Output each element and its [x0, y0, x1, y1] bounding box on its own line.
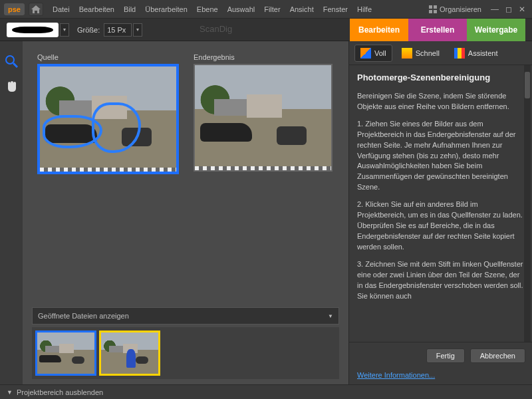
svg-point-4 — [6, 56, 14, 64]
instruction-panel: Photomerge-Szenenbereinigung Bereinigen … — [349, 65, 532, 342]
organize-label: Organisieren — [440, 5, 481, 13]
organize-button[interactable]: Organisieren — [425, 3, 485, 15]
menu-image[interactable]: Bild — [120, 3, 140, 16]
project-dropdown-label: Geöffnete Dateien anzeigen — [38, 312, 129, 320]
menu-view[interactable]: Ansicht — [286, 3, 318, 16]
menu-select[interactable]: Auswahl — [223, 3, 259, 16]
full-icon — [360, 48, 371, 59]
done-button[interactable]: Fertig — [426, 348, 465, 363]
step-2: 2. Klicken Sie auf ein anderes Bild im P… — [357, 200, 524, 253]
chevron-down-icon: ▼ — [328, 313, 333, 319]
tab-full-label: Voll — [374, 49, 386, 57]
result-panel: Endergebnis — [194, 53, 332, 302]
menu-file[interactable]: Datei — [49, 3, 74, 16]
menu-enhance[interactable]: Überarbeiten — [141, 3, 192, 16]
app-logo: pse — [4, 3, 25, 15]
more-info-row: Weitere Informationen... — [349, 368, 532, 384]
project-dropdown[interactable]: Geöffnete Dateien anzeigen ▼ — [32, 307, 339, 325]
result-label: Endergebnis — [194, 53, 332, 61]
menu-right: Organisieren — ◻ ✕ — [425, 3, 528, 15]
svg-rect-3 — [434, 10, 437, 13]
menu-filter[interactable]: Filter — [260, 3, 284, 16]
hand-tool-icon[interactable] — [5, 80, 18, 96]
menu-edit[interactable]: Bearbeiten — [75, 3, 118, 16]
app-window: pse Datei Bearbeiten Bild Überarbeiten E… — [0, 0, 532, 399]
watermark-text: ScanDig — [200, 24, 232, 34]
canvas-area: Quelle Endergebnis — [23, 41, 348, 307]
tab-quick[interactable]: Schnell — [396, 45, 445, 61]
panel-intro: Bereinigen Sie die Szene, indem Sie stör… — [357, 91, 524, 112]
scrollbar-thumb[interactable] — [525, 72, 530, 98]
project-thumbnail[interactable] — [37, 332, 94, 374]
window-controls: — ◻ ✕ — [491, 5, 528, 14]
menu-bar: pse Datei Bearbeiten Bild Überarbeiten E… — [0, 0, 532, 19]
result-image[interactable] — [194, 64, 332, 172]
minimize-icon[interactable]: — — [491, 5, 499, 14]
source-image[interactable] — [37, 64, 179, 174]
cancel-button[interactable]: Abbrechen — [470, 348, 525, 363]
project-thumbnail[interactable] — [101, 332, 158, 374]
tab-guided[interactable]: Assistent — [449, 45, 503, 61]
home-icon[interactable] — [29, 3, 43, 16]
grid-icon — [429, 5, 437, 13]
mode-tabs: Bearbeiten Erstellen Weitergabe — [350, 19, 525, 41]
tab-full[interactable]: Voll — [354, 45, 392, 62]
mode-tab-edit[interactable]: Bearbeiten — [350, 19, 408, 41]
source-panel: Quelle — [37, 53, 179, 302]
svg-line-5 — [13, 63, 17, 67]
menu-window[interactable]: Fenster — [319, 3, 352, 16]
tab-guided-label: Assistent — [468, 49, 498, 57]
hide-project-label[interactable]: Projektbereich ausblenden — [17, 388, 103, 396]
menu-items: Datei Bearbeiten Bild Überarbeiten Ebene… — [49, 3, 376, 16]
maximize-icon[interactable]: ◻ — [505, 5, 512, 14]
panel-buttons: Fertig Abbrechen — [349, 342, 532, 368]
guided-icon — [454, 48, 465, 59]
project-bin — [32, 327, 339, 379]
right-panel: Voll Schnell Assistent Photomerge-Szenen… — [348, 41, 532, 384]
size-input[interactable] — [104, 23, 132, 37]
menu-layer[interactable]: Ebene — [193, 3, 222, 16]
size-label: Größe: — [77, 26, 100, 34]
svg-rect-0 — [429, 5, 432, 9]
mode-tab-create[interactable]: Erstellen — [408, 19, 467, 41]
tool-palette — [0, 41, 23, 384]
options-bar: ▾ Größe: ▾ ScanDig Bearbeiten Erstellen … — [0, 19, 532, 41]
size-dropdown-icon[interactable]: ▾ — [133, 23, 142, 37]
triangle-icon[interactable]: ▼ — [7, 389, 13, 396]
scrollbar[interactable] — [524, 65, 531, 342]
more-info-link[interactable]: Weitere Informationen... — [357, 371, 435, 379]
quick-icon — [402, 48, 412, 59]
svg-rect-2 — [429, 10, 432, 13]
close-icon[interactable]: ✕ — [519, 5, 525, 14]
menu-help[interactable]: Hilfe — [353, 3, 376, 16]
tab-quick-label: Schnell — [416, 49, 440, 57]
app-body: Quelle Endergebnis — [0, 41, 532, 384]
status-bar: ▼ Projektbereich ausblenden — [0, 384, 532, 399]
step-1: 1. Ziehen Sie eines der Bilder aus dem P… — [357, 119, 524, 194]
zoom-tool-icon[interactable] — [5, 55, 18, 70]
edit-mode-tabs: Voll Schnell Assistent — [349, 41, 532, 65]
svg-rect-1 — [434, 5, 437, 9]
brush-dropdown-icon[interactable]: ▾ — [60, 23, 69, 37]
step-3: 3. Zeichnen Sie mit dem Stift im linken … — [357, 259, 524, 302]
brush-preview[interactable] — [7, 23, 59, 37]
mode-tab-share[interactable]: Weitergabe — [467, 19, 525, 41]
source-label: Quelle — [37, 53, 179, 61]
center-area: Quelle Endergebnis — [23, 41, 348, 384]
panel-title: Photomerge-Szenenbereinigung — [357, 72, 524, 84]
